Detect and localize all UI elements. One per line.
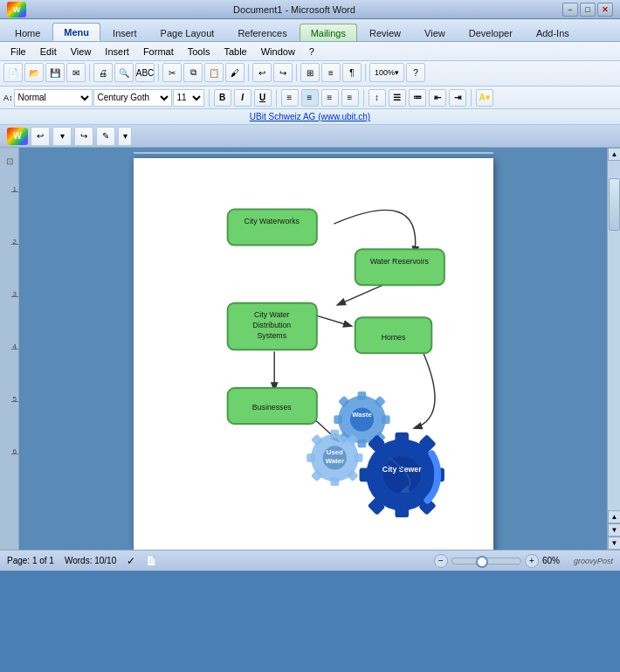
scroll-up-button[interactable]: ▲ — [608, 148, 620, 161]
line-spacing[interactable]: ↕ — [369, 89, 386, 107]
customize-quick-access[interactable]: ✎ — [96, 127, 115, 146]
print-button[interactable]: 🖨 — [93, 63, 113, 82]
connector-cw-wr — [334, 210, 415, 253]
tab-menu[interactable]: Menu — [52, 23, 100, 41]
insert-table[interactable]: ⊞ — [300, 63, 320, 82]
tab-references[interactable]: References — [226, 24, 298, 41]
document-page: City Waterworks Water Reservoirs City Wa… — [134, 158, 493, 550]
increase-indent[interactable]: ⇥ — [449, 89, 466, 107]
bullet-list[interactable]: ☰ — [389, 89, 406, 107]
scroll-page-up[interactable]: ▲ — [608, 510, 620, 523]
font-size-icon: A↕ — [3, 94, 13, 102]
toolbar-sep-5 — [365, 64, 366, 81]
office-logo: W — [7, 2, 26, 17]
spell-button[interactable]: ABC — [135, 63, 155, 82]
copy-button[interactable]: ⧉ — [183, 63, 203, 82]
save-button[interactable]: 💾 — [45, 63, 65, 82]
scroll-track — [608, 161, 620, 510]
ruler-icon: ⊡ — [6, 156, 13, 166]
columns[interactable]: ≡ — [321, 63, 341, 82]
font-size-select[interactable]: 11 — [173, 89, 204, 107]
menu-insert[interactable]: Insert — [98, 45, 136, 59]
zoom-slider-thumb[interactable] — [476, 556, 488, 568]
print-preview-button[interactable]: 🔍 — [114, 63, 134, 82]
format-bar: A↕ Normal Century Goth 11 B I U ≡ ≡ ≡ ≡ … — [0, 87, 620, 109]
toolbar-sep-1 — [89, 64, 90, 81]
menu-file[interactable]: File — [3, 45, 33, 59]
label-water-reservoirs: Water Reservoirs — [369, 257, 429, 266]
align-right[interactable]: ≡ — [321, 89, 339, 107]
label-businesses: Businesses — [251, 403, 291, 412]
scroll-thumb[interactable] — [609, 178, 620, 231]
tab-view[interactable]: View — [413, 24, 457, 41]
tab-mailings[interactable]: Mailings — [300, 24, 357, 41]
undo-button[interactable]: ↩ — [252, 63, 272, 82]
cut-button[interactable]: ✂ — [162, 63, 182, 82]
view-normal-icon[interactable]: 📄 — [146, 556, 156, 565]
text-highlight[interactable]: A▾ — [476, 89, 493, 107]
track-changes-icon: ✓ — [127, 555, 135, 567]
gear-used-water: Used Water — [307, 430, 362, 486]
minimize-button[interactable]: − — [562, 3, 578, 17]
bold-button[interactable]: B — [214, 89, 231, 107]
help-button[interactable]: ? — [406, 63, 425, 82]
menu-view[interactable]: View — [64, 45, 99, 59]
tab-developer[interactable]: Developer — [458, 24, 524, 41]
menu-tools[interactable]: Tools — [181, 45, 217, 59]
format-painter[interactable]: 🖌 — [225, 63, 245, 82]
tab-insert[interactable]: Insert — [101, 24, 148, 41]
label-homes: Homes — [381, 333, 405, 342]
tab-page-layout[interactable]: Page Layout — [149, 24, 226, 41]
diagram-svg: City Waterworks Water Reservoirs City Wa… — [151, 176, 474, 550]
node-city-waterworks — [227, 210, 316, 246]
groovy-logo: groovyPost — [574, 557, 613, 565]
font-select[interactable]: Century Goth — [93, 89, 172, 107]
redo-quick[interactable]: ↪ — [74, 127, 93, 146]
zoom-in-button[interactable]: + — [525, 554, 539, 568]
zoom-out-button[interactable]: − — [434, 554, 448, 568]
ruler-num-5: 5 — [13, 395, 17, 403]
paste-button[interactable]: 📋 — [204, 63, 224, 82]
menu-window[interactable]: Window — [254, 45, 302, 59]
tab-home[interactable]: Home — [3, 24, 52, 41]
ruler-num-4: 4 — [13, 343, 17, 350]
toolbar-sep-3 — [248, 64, 249, 81]
format-sep-3 — [363, 89, 364, 107]
email-button[interactable]: ✉ — [66, 63, 86, 82]
undo-quick[interactable]: ↩ — [31, 127, 50, 146]
numbered-list[interactable]: ≔ — [409, 89, 426, 107]
office-logo-small: W — [7, 128, 28, 145]
italic-button[interactable]: I — [234, 89, 251, 107]
top-ruler — [134, 152, 493, 154]
document-area[interactable]: City Waterworks Water Reservoirs City Wa… — [19, 148, 607, 550]
align-center[interactable]: ≡ — [301, 89, 319, 107]
menu-table[interactable]: Table — [217, 45, 253, 59]
open-button[interactable]: 📂 — [24, 63, 44, 82]
toolbar-sep-2 — [158, 64, 159, 81]
svg-rect-22 — [395, 505, 409, 517]
scroll-down-button[interactable]: ▼ — [608, 537, 620, 550]
tab-review[interactable]: Review — [358, 24, 412, 41]
close-button[interactable]: ✕ — [597, 3, 613, 17]
align-left[interactable]: ≡ — [281, 89, 299, 107]
undo-dropdown[interactable]: ▾ — [52, 127, 72, 146]
more-quick[interactable]: ▾ — [118, 127, 132, 146]
maximize-button[interactable]: □ — [580, 3, 596, 17]
underline-button[interactable]: U — [254, 89, 272, 107]
menu-help[interactable]: ? — [302, 45, 321, 59]
new-button[interactable]: 📄 — [3, 63, 23, 82]
redo-button[interactable]: ↪ — [273, 63, 293, 82]
zoom-slider[interactable] — [451, 558, 521, 565]
scroll-page-down[interactable]: ▼ — [608, 523, 620, 537]
tab-add-ins[interactable]: Add-Ins — [525, 24, 581, 41]
node-water-reservoirs — [355, 249, 444, 285]
style-select[interactable]: Normal — [14, 89, 93, 107]
align-justify[interactable]: ≡ — [341, 89, 359, 107]
zoom-box[interactable]: 100%▾ — [369, 63, 404, 82]
show-hide[interactable]: ¶ — [342, 63, 362, 82]
ubit-text[interactable]: UBit Schweiz AG (www.ubit.ch) — [250, 112, 370, 121]
decrease-indent[interactable]: ⇤ — [429, 89, 446, 107]
menu-edit[interactable]: Edit — [33, 45, 64, 59]
menu-format[interactable]: Format — [136, 45, 181, 59]
vertical-scrollbar[interactable]: ▲ ▲ ▼ ▼ — [607, 148, 620, 550]
